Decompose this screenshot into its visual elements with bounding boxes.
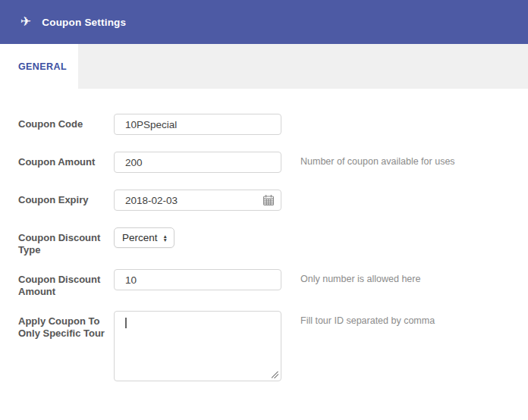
coupon-amount-helper: Number of coupon available for uses <box>300 152 455 167</box>
discount-type-label: Coupon Discount Type <box>18 227 114 256</box>
coupon-amount-label: Coupon Amount <box>18 152 114 168</box>
coupon-code-input[interactable] <box>114 114 281 135</box>
coupon-amount-input[interactable] <box>114 152 281 173</box>
select-stepper-icon: ▲ ▼ <box>163 234 168 242</box>
discount-type-select[interactable]: Percent ▲ ▼ <box>114 227 174 248</box>
page-title: Coupon Settings <box>42 17 126 28</box>
tab-bar: GENERAL <box>0 44 528 89</box>
form-row-specific-tour: Apply Coupon To Only Specific Tour Fill … <box>18 311 528 381</box>
tab-general[interactable]: GENERAL <box>0 44 78 89</box>
discount-amount-label: Coupon Discount Amount <box>18 269 114 298</box>
coupon-settings-form: Coupon Code Coupon Amount Number of coup… <box>0 89 528 381</box>
text-cursor <box>125 318 127 328</box>
form-row-discount-type: Coupon Discount Type Percent ▲ ▼ <box>18 227 528 256</box>
specific-tour-label: Apply Coupon To Only Specific Tour <box>18 311 114 340</box>
coupon-expiry-label: Coupon Expiry <box>18 190 114 206</box>
coupon-code-label: Coupon Code <box>18 114 114 130</box>
specific-tour-helper: Fill tour ID separated by comma <box>300 311 435 326</box>
discount-amount-input[interactable] <box>114 269 281 290</box>
form-row-coupon-code: Coupon Code <box>18 114 528 135</box>
form-row-discount-amount: Coupon Discount Amount Only number is al… <box>18 269 528 298</box>
app-header: ✈ Coupon Settings <box>0 0 528 44</box>
form-row-coupon-expiry: Coupon Expiry <box>18 190 528 211</box>
form-row-coupon-amount: Coupon Amount Number of coupon available… <box>18 152 528 173</box>
specific-tour-textarea[interactable] <box>114 311 281 381</box>
tab-general-label: GENERAL <box>18 61 67 72</box>
discount-type-selected-value: Percent <box>122 232 158 243</box>
coupon-expiry-input[interactable] <box>114 190 281 211</box>
plane-icon: ✈ <box>20 15 31 28</box>
discount-amount-helper: Only number is allowed here <box>300 269 420 284</box>
resize-grip-icon[interactable] <box>272 371 278 378</box>
